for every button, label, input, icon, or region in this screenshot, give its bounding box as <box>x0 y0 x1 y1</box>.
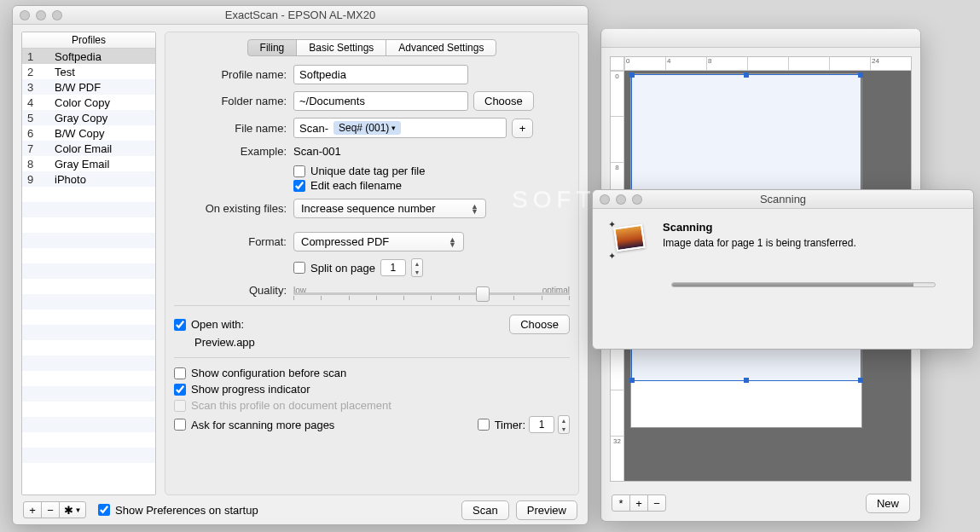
timer-value[interactable] <box>529 416 554 433</box>
split-page-stepper[interactable]: ▲▼ <box>411 258 423 277</box>
profile-row[interactable]: 6B/W Copy <box>22 125 155 141</box>
profile-row[interactable]: 1Softpedia <box>22 49 155 64</box>
region-remove-button[interactable]: − <box>647 494 666 512</box>
show-config-checkbox[interactable]: Show configuration before scan <box>174 367 570 379</box>
preview-region-buttons: * + − <box>612 494 666 512</box>
folder-name-label: Folder name: <box>174 95 293 107</box>
tab-basic-settings[interactable]: Basic Settings <box>296 39 386 56</box>
tab-advanced-settings[interactable]: Advanced Settings <box>386 39 496 56</box>
scanning-window-title: Scanning <box>593 193 973 205</box>
settings-panel: Filing Basic Settings Advanced Settings … <box>165 32 579 495</box>
timer-stepper[interactable]: ▲▼ <box>558 415 570 434</box>
profile-row[interactable]: 4Color Copy <box>22 95 155 110</box>
example-label: Example: <box>174 145 293 158</box>
profile-row[interactable]: 3B/W PDF <box>22 79 155 95</box>
settings-tabs: Filing Basic Settings Advanced Settings <box>247 39 497 56</box>
region-add-button[interactable]: + <box>629 494 648 512</box>
quality-label: Quality: <box>174 284 293 297</box>
bottom-toolbar: + − ✱▼ Show Preferences on startup Scan … <box>13 495 588 524</box>
region-star-button[interactable]: * <box>612 494 630 512</box>
profiles-list[interactable]: Profiles 1Softpedia 2Test 3B/W PDF 4Colo… <box>21 32 156 495</box>
split-on-page-checkbox[interactable]: Split on page <box>293 262 375 275</box>
profile-row[interactable]: 8Gray Email <box>22 156 155 171</box>
show-prefs-checkbox[interactable]: Show Preferences on startup <box>98 504 258 517</box>
folder-name-input[interactable] <box>293 91 468 111</box>
ask-more-pages-checkbox[interactable]: Ask for scanning more pages <box>174 419 334 431</box>
on-existing-select[interactable]: Increase sequence number▲▼ <box>293 199 486 218</box>
profile-row[interactable]: 2Test <box>22 64 155 79</box>
profile-row[interactable]: 7Color Email <box>22 141 155 156</box>
choose-app-button[interactable]: Choose <box>509 315 570 334</box>
file-name-label: File name: <box>174 122 293 135</box>
progress-bar <box>671 282 936 287</box>
scanning-titlebar: Scanning <box>593 190 973 209</box>
tab-filing[interactable]: Filing <box>247 39 298 56</box>
profile-name-label: Profile name: <box>174 68 293 81</box>
main-titlebar: ExactScan - EPSON AL-MX20 <box>13 6 588 25</box>
remove-profile-button[interactable]: − <box>41 501 60 518</box>
sequence-token[interactable]: Seq# (001)▾ <box>333 121 401 135</box>
ruler-horizontal: 04824 <box>624 57 911 71</box>
scanning-dialog: Scanning ✦ ✦ Scanning Image data for pag… <box>592 189 974 350</box>
open-with-checkbox[interactable]: Open with: <box>174 318 244 331</box>
open-with-app: Preview.app <box>174 336 570 349</box>
example-value: Scan-001 <box>293 145 341 158</box>
gear-icon: ✱ <box>64 504 73 517</box>
profile-row[interactable]: 5Gray Copy <box>22 110 155 125</box>
file-name-input[interactable]: Scan- Seq# (001)▾ <box>293 118 507 138</box>
scan-thumbnail-icon: ✦ ✦ <box>610 221 649 260</box>
on-existing-label: On existing files: <box>174 202 293 215</box>
new-button[interactable]: New <box>866 494 910 513</box>
format-select[interactable]: Compressed PDF▲▼ <box>293 232 464 252</box>
show-progress-checkbox[interactable]: Show progress indicator <box>174 383 570 396</box>
timer-checkbox[interactable]: Timer: <box>478 419 525 431</box>
split-page-number[interactable] <box>380 259 406 276</box>
add-token-button[interactable]: + <box>512 119 533 138</box>
scan-button[interactable]: Scan <box>461 500 509 520</box>
main-window: ExactScan - EPSON AL-MX20 Profiles 1Soft… <box>12 5 589 525</box>
ruler-corner <box>611 57 624 71</box>
profile-row[interactable]: 9iPhoto <box>22 171 155 187</box>
preview-titlebar <box>601 29 920 48</box>
add-profile-button[interactable]: + <box>23 501 42 518</box>
unique-date-checkbox[interactable]: Unique date tag per file <box>293 165 425 177</box>
scanning-message: Image data for page 1 is being transferr… <box>663 237 856 249</box>
scan-on-placement-checkbox: Scan this profile on document placement <box>174 399 570 412</box>
profiles-header: Profiles <box>22 32 155 49</box>
profile-name-input[interactable] <box>293 65 468 84</box>
edit-each-filename-checkbox[interactable]: Edit each filename <box>293 179 402 192</box>
preview-button[interactable]: Preview <box>516 500 577 520</box>
choose-folder-button[interactable]: Choose <box>473 91 534 111</box>
scanning-heading: Scanning <box>663 221 856 234</box>
gear-menu-button[interactable]: ✱▼ <box>59 501 86 518</box>
window-title: ExactScan - EPSON AL-MX20 <box>13 9 588 21</box>
format-label: Format: <box>174 235 293 248</box>
